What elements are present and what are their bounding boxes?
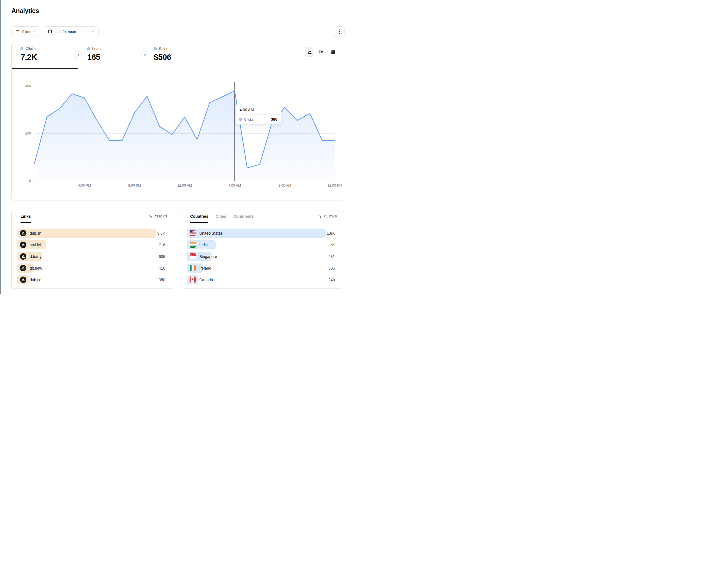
page-title: Analytics <box>12 7 39 15</box>
table-view-toggle[interactable] <box>328 47 338 56</box>
tab-continents[interactable]: Continents <box>233 210 254 223</box>
flag-ca-icon <box>190 276 196 282</box>
clicks-count: 240 <box>328 278 335 282</box>
geo-metric-selector[interactable]: CLICKS <box>318 210 337 223</box>
stat-label: Leads <box>92 47 103 51</box>
chevron-down-icon <box>91 30 94 34</box>
country-flag <box>190 276 196 283</box>
sales-value: $506 <box>154 53 212 62</box>
clicks-count: 3.5K <box>157 231 165 235</box>
dub-logo-icon <box>20 265 26 271</box>
expand-clicks-button[interactable] <box>75 51 82 58</box>
country-name: India <box>199 243 208 247</box>
link-row[interactable]: dub.sh3.5K <box>17 229 165 238</box>
tab-clicks[interactable]: Clicks 7.2K <box>12 41 78 69</box>
country-flag <box>190 242 196 248</box>
tab-links[interactable]: Links <box>21 210 31 223</box>
link-row[interactable]: d.to/try606 <box>17 252 165 261</box>
countries-list: United States1.8K India1.2K Singapore481… <box>181 223 344 284</box>
stats-tab-bar: Clicks 7.2K Leads 165 Sales $506 <box>12 41 344 69</box>
more-options-button[interactable] <box>334 26 345 37</box>
clicks-count: 716 <box>159 243 165 247</box>
links-metric-selector[interactable]: CLICKS <box>149 210 167 223</box>
chevron-down-icon <box>33 30 36 34</box>
flag-in-icon <box>190 242 196 248</box>
funnel-chart-icon <box>319 49 324 54</box>
clicks-value: 7.2K <box>21 53 78 62</box>
link-row[interactable]: spti.fyi716 <box>17 240 165 249</box>
country-row[interactable]: Singapore481 <box>187 252 335 261</box>
clicks-count: 1.8K <box>327 231 335 235</box>
date-range-button[interactable]: Last 24 hours <box>44 26 99 37</box>
link-row[interactable]: git.new410 <box>17 264 165 273</box>
stat-label: Clicks <box>25 47 36 51</box>
dub-logo-icon <box>20 253 26 259</box>
window-edge-accent <box>0 0 1 294</box>
x-tick-label: 4:00 AM <box>228 184 241 187</box>
country-flag <box>190 265 196 271</box>
y-tick-label: 0 <box>12 179 31 183</box>
cursor-click-icon <box>318 214 322 219</box>
link-avatar <box>20 265 26 271</box>
tab-countries[interactable]: Countries <box>190 210 208 223</box>
country-row[interactable]: Canada240 <box>187 275 335 284</box>
funnel-chart-toggle[interactable] <box>317 47 326 56</box>
area-fill <box>35 91 335 181</box>
flag-ie-icon <box>190 265 196 271</box>
expand-leads-button[interactable] <box>141 51 149 58</box>
filter-icon <box>16 29 20 35</box>
filter-button[interactable]: Filter <box>12 26 40 37</box>
links-panel-header: Links CLICKS <box>12 210 174 223</box>
line-chart-toggle[interactable] <box>305 47 314 56</box>
chart-type-toggles <box>305 47 338 56</box>
flag-sg-icon <box>190 253 196 259</box>
link-avatar <box>20 276 26 283</box>
chart-tooltip: 4:00 AM Clicks 380 <box>235 105 281 125</box>
x-tick-label: 12:00 PM <box>327 184 342 187</box>
filter-button-label: Filter <box>22 30 30 34</box>
leads-indicator-icon <box>87 47 90 50</box>
analytics-card: Clicks 7.2K Leads 165 Sales $506 <box>12 41 344 201</box>
tooltip-time: 4:00 AM <box>236 105 281 115</box>
flag-us-icon <box>190 230 196 236</box>
link-name: spti.fyi <box>30 243 41 247</box>
dub-logo-icon <box>20 230 26 236</box>
x-tick-label: 12:00 AM <box>177 184 192 187</box>
country-name: Singapore <box>199 254 217 259</box>
tab-cities[interactable]: Cities <box>215 210 226 223</box>
country-row[interactable]: United States1.8K <box>187 229 335 238</box>
leads-value: 165 <box>87 53 145 62</box>
country-name: Canada <box>199 278 213 282</box>
geo-panel: Countries Cities Continents CLICKS Unite… <box>181 210 344 289</box>
sales-indicator-icon <box>154 47 156 50</box>
link-avatar <box>20 242 26 248</box>
clicks-count: 481 <box>328 254 335 259</box>
clicks-count: 606 <box>159 254 165 259</box>
country-row[interactable]: Ireland305 <box>187 264 335 273</box>
geo-metric-label: CLICKS <box>324 215 337 218</box>
link-name: git.new <box>30 266 42 270</box>
link-avatar <box>20 253 26 259</box>
link-row[interactable]: dub.co350 <box>17 275 165 284</box>
tab-sales[interactable]: Sales $506 <box>145 41 212 69</box>
link-name: dub.sh <box>30 231 41 235</box>
tab-leads[interactable]: Leads 165 <box>78 41 145 69</box>
country-flag <box>190 230 196 236</box>
link-avatar <box>20 230 26 236</box>
links-metric-label: CLICKS <box>155 215 167 218</box>
country-row[interactable]: India1.2K <box>187 240 335 249</box>
country-name: United States <box>199 231 223 235</box>
clicks-count: 305 <box>328 266 335 270</box>
link-name: d.to/try <box>30 254 42 259</box>
clicks-chart[interactable]: 0200400 4:00 PM8:00 PM12:00 AM4:00 AM8:0… <box>12 69 344 201</box>
clicks-count: 350 <box>159 278 165 282</box>
tooltip-series-label: Clicks <box>244 117 254 121</box>
chevron-right-icon <box>77 53 80 56</box>
area-chart-canvas <box>12 69 344 201</box>
link-name: dub.co <box>30 278 41 282</box>
clicks-count: 1.2K <box>327 243 335 247</box>
chevron-right-icon <box>144 53 147 56</box>
dub-logo-icon <box>20 242 26 248</box>
line-chart-icon <box>307 49 312 54</box>
x-tick-label: 8:00 AM <box>278 184 291 187</box>
